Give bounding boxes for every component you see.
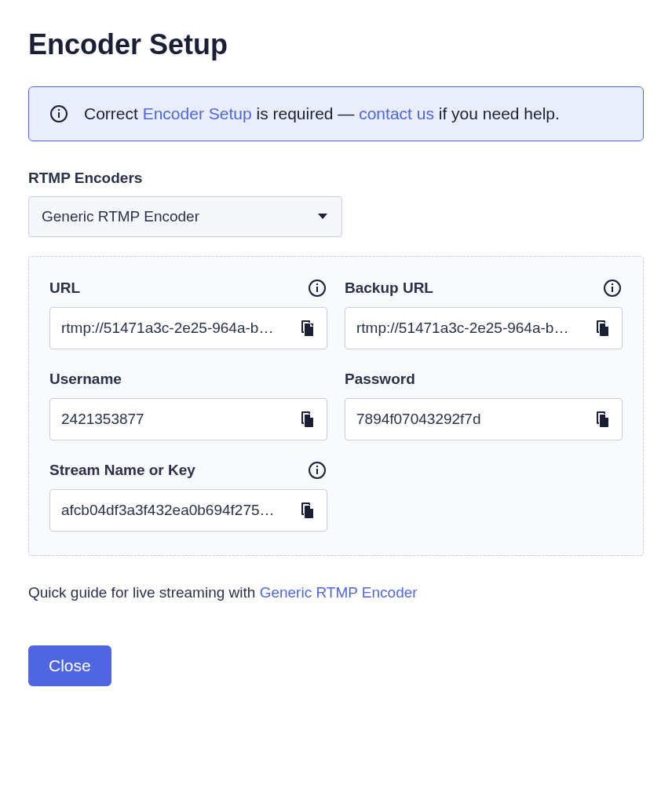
alert-text: Correct Encoder Setup is required — cont… (84, 104, 560, 123)
svg-point-8 (612, 283, 613, 285)
info-alert: Correct Encoder Setup is required — cont… (28, 86, 644, 141)
guide-prefix: Quick guide for live streaming with (28, 584, 260, 601)
svg-point-5 (316, 283, 318, 285)
guide-link[interactable]: Generic RTMP Encoder (260, 584, 418, 601)
alert-middle: is required — (252, 104, 360, 122)
password-label: Password (345, 371, 415, 388)
username-copy-icon[interactable] (295, 407, 319, 431)
stream-key-info-icon[interactable] (307, 460, 327, 481)
svg-point-2 (58, 109, 60, 111)
field-stream-key: Stream Name or Key afcb04df3a3f432ea0b69… (49, 459, 327, 532)
stream-key-label: Stream Name or Key (49, 462, 195, 479)
stream-key-value[interactable]: afcb04df3a3f432ea0b694f275… (61, 502, 290, 519)
url-info-icon[interactable] (307, 278, 327, 298)
page-title: Encoder Setup (28, 28, 644, 61)
field-url: URL rtmp://51471a3c-2e25-964a-b… (49, 277, 327, 349)
alert-contact-link[interactable]: contact us (359, 104, 434, 122)
alert-suffix: if you need help. (434, 104, 560, 122)
guide-text: Quick guide for live streaming with Gene… (28, 584, 644, 601)
info-icon (49, 104, 68, 123)
stream-key-copy-icon[interactable] (295, 499, 319, 522)
backup-url-label: Backup URL (345, 280, 433, 297)
url-value[interactable]: rtmp://51471a3c-2e25-964a-b… (61, 320, 290, 337)
backup-url-copy-icon[interactable] (590, 316, 614, 340)
password-value[interactable]: 7894f07043292f7d (356, 411, 586, 428)
backup-url-value[interactable]: rtmp://51471a3c-2e25-964a-b… (356, 320, 586, 337)
alert-encoder-setup-link[interactable]: Encoder Setup (143, 104, 252, 122)
field-backup-url: Backup URL rtmp://51471a3c-2e25-964a-b… (345, 277, 623, 349)
username-label: Username (49, 371, 122, 388)
username-value[interactable]: 2421353877 (61, 411, 290, 428)
alert-prefix: Correct (84, 104, 143, 122)
field-username: Username 2421353877 (49, 368, 327, 440)
url-copy-icon[interactable] (295, 316, 319, 340)
config-panel: URL rtmp://51471a3c-2e25-964a-b… Backup … (28, 256, 644, 556)
password-copy-icon[interactable] (590, 407, 614, 431)
encoder-select[interactable]: Generic RTMP Encoder (28, 196, 342, 237)
backup-url-info-icon[interactable] (602, 278, 623, 298)
url-label: URL (49, 280, 80, 297)
encoders-label: RTMP Encoders (28, 170, 644, 187)
close-button[interactable]: Close (28, 645, 111, 686)
svg-point-11 (316, 466, 318, 467)
field-password: Password 7894f07043292f7d (345, 368, 623, 440)
